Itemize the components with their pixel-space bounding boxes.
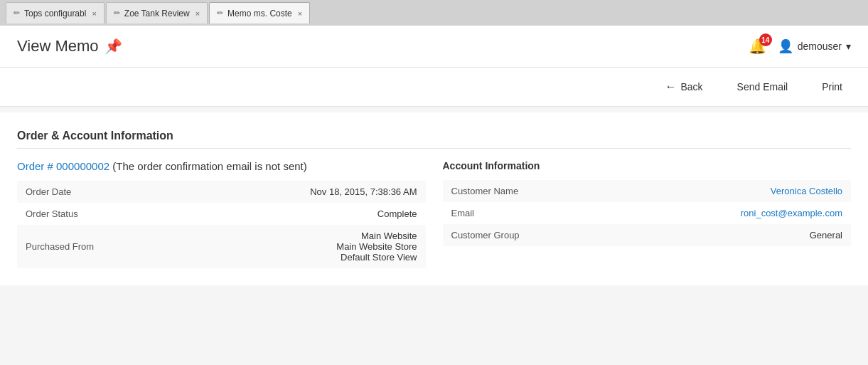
tab-close-tops[interactable]: × xyxy=(92,9,96,18)
user-name: demouser xyxy=(798,41,842,52)
action-bar: ← Back Send Email Print xyxy=(0,68,868,107)
email-link[interactable]: roni_cost@example.com xyxy=(741,208,842,218)
customer-group-value: General xyxy=(647,224,851,246)
account-table: Customer Name Veronica Costello Email ro… xyxy=(443,180,852,246)
customer-name-label: Customer Name xyxy=(443,180,647,202)
page-header: View Memo 📌 🔔 14 👤 demouser ▾ xyxy=(0,26,868,68)
pin-icon: 📌 xyxy=(105,38,122,55)
order-date-label: Order Date xyxy=(17,181,221,203)
order-header: Order # 000000002 (The order confirmatio… xyxy=(17,160,426,172)
tab-zoe[interactable]: ✏ Zoe Tank Review × xyxy=(106,2,208,23)
order-note: (The order confirmation email is not sen… xyxy=(112,160,306,172)
tab-close-memo[interactable]: × xyxy=(298,9,302,18)
table-row: Email roni_cost@example.com xyxy=(443,202,852,224)
dropdown-arrow: ▾ xyxy=(846,41,851,52)
edit-icon-2: ✏ xyxy=(114,9,120,18)
tab-memo[interactable]: ✏ Memo ms. Coste × xyxy=(209,2,310,23)
print-button[interactable]: Print xyxy=(813,77,851,97)
order-prefix: Order xyxy=(17,160,48,172)
back-button[interactable]: ← Back xyxy=(656,76,711,97)
tab-bar: ✏ Tops configurabl × ✏ Zoe Tank Review ×… xyxy=(0,0,868,26)
table-row: Customer Name Veronica Costello xyxy=(443,180,852,202)
page-title: View Memo 📌 xyxy=(17,37,122,55)
notification-bell[interactable]: 🔔 14 xyxy=(749,38,766,55)
purchased-from-label: Purchased From xyxy=(17,225,221,268)
customer-name-link[interactable]: Veronica Costello xyxy=(771,186,842,196)
table-row: Purchased From Main Website Main Website… xyxy=(17,225,426,268)
purchased-from-value: Main Website Main Website Store Default … xyxy=(221,225,425,268)
two-column-layout: Order # 000000002 (The order confirmatio… xyxy=(17,160,851,268)
header-right: 🔔 14 👤 demouser ▾ xyxy=(749,38,851,55)
customer-group-label: Customer Group xyxy=(443,224,647,246)
title-text: View Memo xyxy=(17,37,99,55)
back-label: Back xyxy=(680,81,702,92)
order-number: # 000000002 xyxy=(48,160,110,172)
send-email-button[interactable]: Send Email xyxy=(729,77,797,97)
send-email-label: Send Email xyxy=(737,81,788,92)
section-title: Order & Account Information xyxy=(17,129,851,149)
account-title: Account Information xyxy=(443,160,852,171)
user-menu[interactable]: 👤 demouser ▾ xyxy=(778,38,851,54)
print-label: Print xyxy=(822,81,842,92)
tab-label: Tops configurabl xyxy=(24,9,86,18)
table-row: Customer Group General xyxy=(443,224,852,246)
back-arrow-icon: ← xyxy=(665,80,676,93)
email-value: roni_cost@example.com xyxy=(647,202,851,224)
edit-icon: ✏ xyxy=(14,9,20,18)
user-icon: 👤 xyxy=(778,38,793,54)
email-label: Email xyxy=(443,202,647,224)
edit-icon-3: ✏ xyxy=(217,9,223,18)
table-row: Order Status Complete xyxy=(17,203,426,225)
tab-label-3: Memo ms. Coste xyxy=(227,9,292,18)
order-table: Order Date Nov 18, 2015, 7:38:36 AM Orde… xyxy=(17,181,426,268)
order-info-panel: Order # 000000002 (The order confirmatio… xyxy=(17,160,426,268)
order-status-value: Complete xyxy=(221,203,425,225)
main-content: Order & Account Information Order # 0000… xyxy=(0,112,868,285)
tab-tops[interactable]: ✏ Tops configurabl × xyxy=(6,2,105,23)
customer-name-value: Veronica Costello xyxy=(647,180,851,202)
table-row: Order Date Nov 18, 2015, 7:38:36 AM xyxy=(17,181,426,203)
account-info-panel: Account Information Customer Name Veroni… xyxy=(443,160,852,268)
notification-badge: 14 xyxy=(759,33,772,46)
order-status-label: Order Status xyxy=(17,203,221,225)
tab-close-zoe[interactable]: × xyxy=(195,9,200,18)
order-date-value: Nov 18, 2015, 7:38:36 AM xyxy=(221,181,425,203)
order-number-link[interactable]: Order # 000000002 xyxy=(17,160,112,172)
tab-label-2: Zoe Tank Review xyxy=(124,9,190,18)
